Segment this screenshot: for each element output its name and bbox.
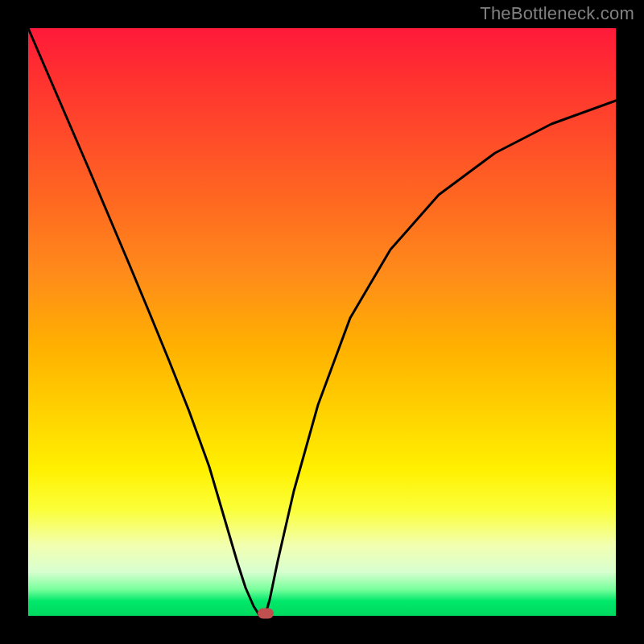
chart-plot-area bbox=[28, 28, 616, 616]
optimal-point-marker bbox=[258, 609, 274, 619]
bottleneck-curve-path bbox=[28, 28, 616, 615]
bottleneck-curve-svg bbox=[28, 28, 616, 616]
watermark-text: TheBottleneck.com bbox=[480, 3, 634, 24]
